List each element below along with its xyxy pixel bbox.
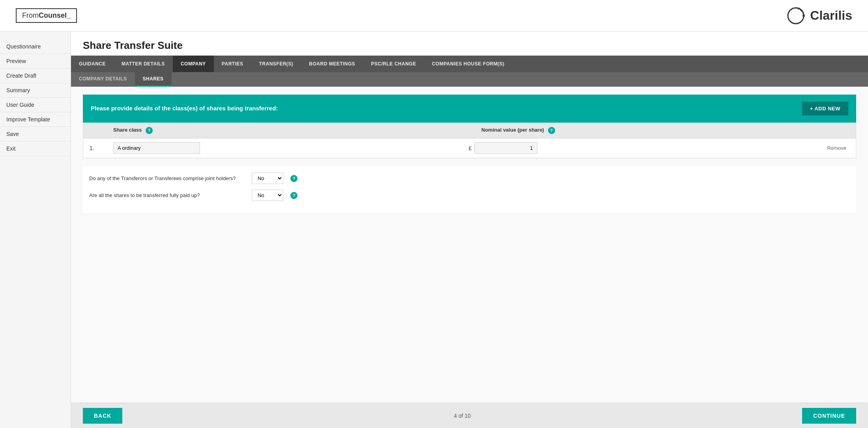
sidebar-item-create-draft[interactable]: Create Draft [0, 69, 71, 83]
sidebar-item-summary[interactable]: Summary [0, 83, 71, 98]
share-class-help-icon[interactable]: ? [146, 127, 153, 134]
sidebar-item-exit[interactable]: Exit [0, 141, 71, 156]
nav-board-meetings[interactable]: BOARD MEETINGS [301, 56, 363, 72]
sub-tabs: COMPANY DETAILS SHARES [71, 72, 868, 87]
sidebar-item-save[interactable]: Save [0, 127, 71, 141]
sub-tab-shares[interactable]: SHARES [135, 72, 172, 87]
fully-paid-label: Are all the shares to be transferred ful… [89, 192, 247, 198]
sidebar-item-user-guide[interactable]: User Guide [0, 98, 71, 112]
banner-text: Please provide details of the class(es) … [91, 104, 278, 113]
questions-section: Do any of the Transferors or Transferees… [83, 166, 856, 213]
banner: Please provide details of the class(es) … [83, 95, 856, 123]
share-class-cell [113, 142, 469, 154]
nav-transfers[interactable]: TRANSFER(S) [251, 56, 301, 72]
question-joint-holders: Do any of the Transferors or Transferees… [89, 173, 850, 184]
joint-holders-label: Do any of the Transferors or Transferees… [89, 175, 247, 181]
footer: BACK 4 of 10 CONTINUE [71, 403, 868, 428]
page-title: Share Transfer Suite [71, 32, 868, 56]
col-nominal-value: Nominal value (per share) ? [481, 127, 849, 134]
back-button[interactable]: BACK [83, 408, 122, 424]
sidebar-item-questionnaire[interactable]: Questionnaire [0, 39, 71, 54]
logo-counsel: Counsel_ [39, 11, 71, 19]
nominal-value-help-icon[interactable]: ? [548, 127, 555, 134]
nav-parties[interactable]: PARTIES [214, 56, 251, 72]
fromcounsel-logo: FromCounsel_ [16, 8, 77, 23]
joint-holders-help-icon[interactable]: ? [290, 175, 297, 182]
row-number: 1. [90, 145, 113, 151]
table-row: 1. £ Remove [83, 138, 856, 158]
col-share-class: Share class ? [113, 127, 481, 134]
clarilis-logo: Clarilis [786, 6, 852, 25]
nav-psc-rle[interactable]: PSC/RLE CHANGE [363, 56, 424, 72]
continue-button[interactable]: CONTINUE [802, 408, 856, 424]
currency-symbol: £ [469, 145, 472, 151]
add-new-button[interactable]: + ADD NEW [802, 102, 848, 115]
svg-point-1 [803, 15, 805, 17]
clarilis-icon [786, 6, 805, 25]
header: FromCounsel_ Clarilis [0, 0, 868, 32]
nav-companies-house[interactable]: COMPANIES HOUSE FORM(S) [424, 56, 513, 72]
remove-button[interactable]: Remove [824, 143, 849, 153]
content-area: Please provide details of the class(es) … [71, 87, 868, 403]
fully-paid-help-icon[interactable]: ? [290, 192, 297, 199]
sidebar-item-preview[interactable]: Preview [0, 54, 71, 69]
shares-table-header: Share class ? Nominal value (per share) … [83, 123, 856, 138]
nav-guidance[interactable]: GUIDANCE [71, 56, 114, 72]
layout: Questionnaire Preview Create Draft Summa… [0, 32, 868, 428]
sidebar: Questionnaire Preview Create Draft Summa… [0, 32, 71, 428]
col-number [90, 127, 113, 134]
sidebar-item-improve-template[interactable]: Improve Template [0, 112, 71, 127]
fully-paid-select[interactable]: No Yes [252, 190, 283, 201]
main-content: Share Transfer Suite GUIDANCE MATTER DET… [71, 32, 868, 428]
top-nav: GUIDANCE MATTER DETAILS COMPANY PARTIES … [71, 56, 868, 72]
sub-tab-company-details[interactable]: COMPANY DETAILS [71, 72, 135, 87]
question-fully-paid: Are all the shares to be transferred ful… [89, 190, 850, 201]
pagination: 4 of 10 [454, 413, 471, 419]
nominal-value-input[interactable] [474, 142, 537, 154]
nav-matter-details[interactable]: MATTER DETAILS [114, 56, 173, 72]
remove-cell: Remove [824, 143, 849, 153]
share-class-input[interactable] [113, 142, 200, 154]
nominal-value-cell: £ [469, 142, 824, 154]
joint-holders-select[interactable]: No Yes [252, 173, 283, 184]
logo-from: From [22, 11, 39, 19]
nav-company[interactable]: COMPANY [173, 56, 214, 72]
shares-table: Share class ? Nominal value (per share) … [83, 123, 856, 158]
clarilis-label: Clarilis [810, 8, 852, 23]
